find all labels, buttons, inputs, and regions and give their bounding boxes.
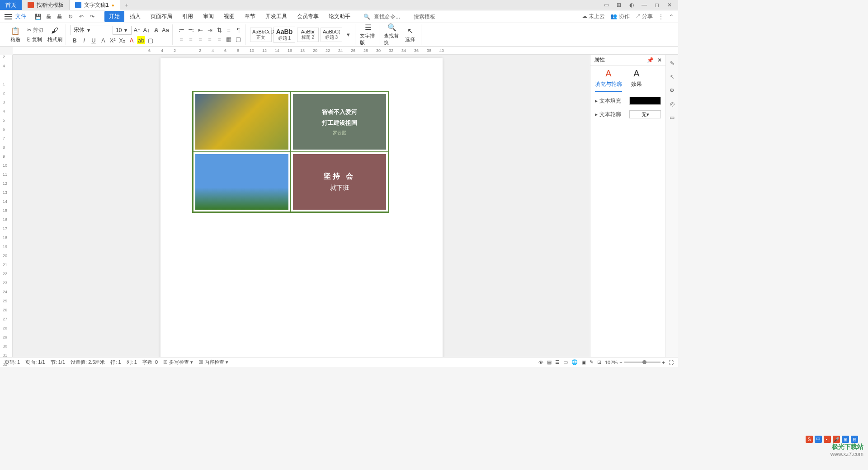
- view-read-icon[interactable]: ▭: [563, 359, 568, 365]
- ribbon-tab-view[interactable]: 视图: [219, 11, 239, 22]
- view-draft-icon[interactable]: ✎: [590, 359, 594, 365]
- bold-icon[interactable]: B: [71, 36, 79, 44]
- italic-icon[interactable]: I: [80, 36, 88, 44]
- more-icon[interactable]: ⋮: [658, 14, 664, 20]
- highlight-icon[interactable]: ab: [137, 36, 145, 44]
- shading-icon[interactable]: ▦: [225, 35, 233, 43]
- fullscreen-icon[interactable]: ⛶: [669, 360, 674, 365]
- maximize-button[interactable]: ◻: [653, 1, 661, 9]
- vertical-ruler[interactable]: 2412345678910111213141516171819202122232…: [0, 55, 13, 357]
- fit-icon[interactable]: ⊡: [597, 359, 601, 365]
- image-table[interactable]: 智者不入爱河 打工建设祖国 罗云熙 坚持 会 就下班: [192, 91, 389, 213]
- pin-icon[interactable]: 📌: [647, 57, 654, 63]
- status-spellcheck[interactable]: ☒ 拼写检查 ▾: [163, 359, 193, 366]
- tab-add-button[interactable]: ＋: [120, 0, 133, 10]
- menu-file[interactable]: 文件: [15, 13, 26, 20]
- ribbon-tab-layout[interactable]: 页面布局: [146, 11, 177, 22]
- status-chars[interactable]: 字数: 0: [142, 359, 158, 366]
- ribbon-tab-section[interactable]: 章节: [240, 11, 260, 22]
- cut-button[interactable]: ✂剪切: [25, 26, 45, 34]
- prop-text-fill-label[interactable]: ▸ 文本填充: [595, 97, 621, 105]
- panel-tab-fill[interactable]: A填充与轮廓: [595, 68, 622, 92]
- status-section[interactable]: 节: 1/1: [51, 359, 65, 366]
- number-list-icon[interactable]: ≕: [187, 26, 195, 34]
- ribbon-tab-devtools[interactable]: 开发工具: [261, 11, 292, 22]
- text-outline-select[interactable]: 无 ▾: [629, 110, 661, 118]
- view-web-icon[interactable]: 🌐: [571, 359, 578, 365]
- status-line[interactable]: 行: 1: [110, 359, 121, 366]
- print-icon[interactable]: 🖶: [45, 13, 52, 20]
- bullet-list-icon[interactable]: ≔: [177, 26, 185, 34]
- redo-icon[interactable]: ↷: [89, 13, 96, 20]
- undo-icon[interactable]: ↶: [78, 13, 85, 20]
- zoom-in-icon[interactable]: +: [662, 360, 665, 365]
- pointer-icon[interactable]: ↖: [668, 73, 676, 81]
- zoom-out-icon[interactable]: −: [619, 360, 622, 365]
- collapse-ribbon-icon[interactable]: ⌃: [669, 14, 674, 20]
- document-canvas[interactable]: 智者不入爱河 打工建设祖国 罗云熙 坚持 会 就下班: [13, 55, 590, 357]
- save-icon[interactable]: 💾: [34, 13, 42, 20]
- font-color-icon[interactable]: A: [127, 36, 136, 44]
- sort-icon[interactable]: ⇅: [215, 26, 223, 34]
- align-distribute-icon[interactable]: ≡: [215, 35, 223, 43]
- ribbon-tab-paper[interactable]: 论文助手: [324, 11, 355, 22]
- shrink-font-icon[interactable]: A↓: [142, 26, 151, 34]
- eye-icon[interactable]: 👁: [538, 360, 543, 365]
- zoom-level[interactable]: 102%: [605, 360, 618, 365]
- copy-button[interactable]: ⎘复制: [25, 35, 45, 44]
- coop-button[interactable]: 👥 协作: [610, 13, 629, 20]
- ribbon-tab-member[interactable]: 会员专享: [292, 11, 323, 22]
- styles-gallery[interactable]: AaBbCcD正文 AaBb标题 1 AaBb(标题 2 AaBbC(标题 3 …: [247, 24, 355, 45]
- align-right-icon[interactable]: ≡: [196, 35, 204, 43]
- ribbon-tab-review[interactable]: 审阅: [198, 11, 218, 22]
- align-center-icon[interactable]: ≡: [187, 35, 195, 43]
- select-button[interactable]: ↖选择: [402, 25, 418, 45]
- subscript-icon[interactable]: X₂: [118, 36, 126, 44]
- close-panel-icon[interactable]: ✕: [657, 57, 662, 63]
- text-layout-button[interactable]: ☰文字排版: [360, 25, 376, 45]
- close-button[interactable]: ✕: [665, 1, 674, 9]
- table-cell-4[interactable]: 坚持 会 就下班: [291, 152, 388, 212]
- font-name-select[interactable]: 宋体▾: [71, 25, 111, 35]
- text-fill-color-swatch[interactable]: [629, 97, 661, 105]
- target-icon[interactable]: ◎: [668, 100, 676, 108]
- minimize-button[interactable]: —: [640, 1, 648, 9]
- table-cell-1[interactable]: [193, 92, 291, 152]
- paste-button[interactable]: 📋粘贴: [7, 25, 24, 45]
- grow-font-icon[interactable]: A↑: [133, 26, 141, 34]
- search-command-input[interactable]: [374, 14, 410, 20]
- layout-icon[interactable]: ▭: [602, 1, 610, 9]
- pencil-icon[interactable]: ✎: [668, 59, 676, 67]
- view-focus-icon[interactable]: ▣: [581, 359, 586, 365]
- prop-text-outline-label[interactable]: ▸ 文本轮廓: [595, 111, 621, 118]
- status-page[interactable]: 页面: 1/1: [25, 359, 45, 366]
- styles-more-icon[interactable]: ▾: [344, 31, 352, 39]
- superscript-icon[interactable]: X²: [108, 36, 117, 44]
- tab-home[interactable]: 首页: [0, 0, 22, 10]
- ribbon-tab-start[interactable]: 开始: [104, 11, 124, 22]
- indent-icon[interactable]: ⇥: [206, 26, 214, 34]
- align-justify-icon[interactable]: ≡: [206, 35, 214, 43]
- format-painter-button[interactable]: 🖌格式刷: [47, 25, 63, 45]
- ribbon-tab-reference[interactable]: 引用: [178, 11, 198, 22]
- panel-tab-effect[interactable]: A效果: [631, 68, 642, 92]
- underline-icon[interactable]: U: [90, 36, 98, 44]
- status-content-check[interactable]: ☒ 内容检查 ▾: [198, 359, 228, 366]
- view-page-icon[interactable]: ▤: [547, 359, 552, 365]
- status-col[interactable]: 列: 1: [127, 359, 137, 366]
- border-icon[interactable]: ▢: [234, 35, 242, 43]
- settings-icon[interactable]: ⚙: [668, 86, 676, 94]
- ribbon-tab-insert[interactable]: 插入: [125, 11, 145, 22]
- refresh-icon[interactable]: ↻: [67, 13, 74, 20]
- change-case-icon[interactable]: Aa: [161, 26, 170, 34]
- clear-format-icon[interactable]: A̷: [152, 26, 160, 34]
- zoom-slider[interactable]: [624, 362, 660, 363]
- user-icon[interactable]: ◐: [627, 1, 636, 9]
- align-left-icon[interactable]: ≡: [177, 35, 185, 43]
- show-marks-icon[interactable]: ¶: [234, 26, 242, 34]
- outdent-icon[interactable]: ⇤: [196, 26, 204, 34]
- line-spacing-icon[interactable]: ≡: [225, 26, 233, 34]
- char-border-icon[interactable]: ▢: [146, 36, 155, 44]
- table-cell-3[interactable]: [193, 152, 291, 212]
- print-preview-icon[interactable]: 🖶: [56, 13, 63, 20]
